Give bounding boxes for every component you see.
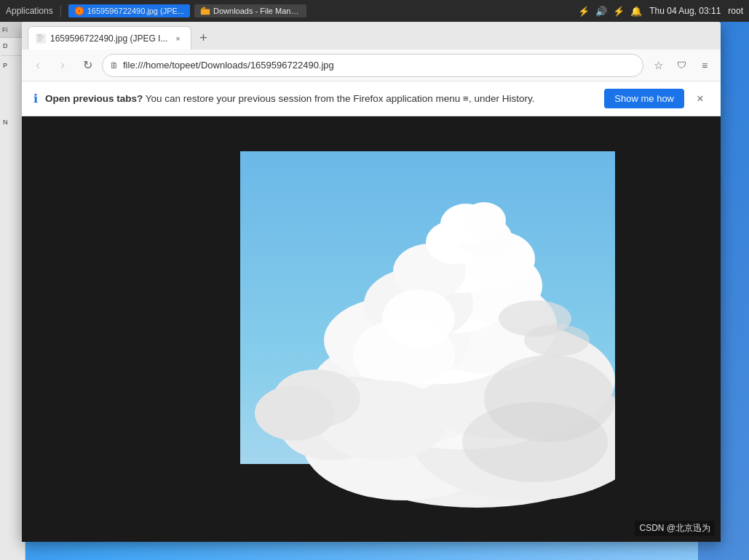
url-page-icon: 🗎 xyxy=(110,60,119,71)
notification-bar: ℹ Open previous tabs? You can restore yo… xyxy=(22,81,721,116)
taskbar-user: root xyxy=(728,6,743,16)
taskbar-filemanager-tab-label: Downloads - File Manager xyxy=(213,7,301,15)
browser-tab-active[interactable]: 1659596722490.jpg (JPEG I... × xyxy=(28,26,191,49)
taskbar-datetime: Thu 04 Aug, 03:11 xyxy=(649,6,721,16)
show-me-how-button[interactable]: Show me how xyxy=(604,89,684,108)
new-tab-button[interactable]: + xyxy=(193,28,213,48)
tab-bar: 1659596722490.jpg (JPEG I... × + xyxy=(22,22,721,49)
tab-title: 1659596722490.jpg (JPEG I... xyxy=(50,33,167,44)
hamburger-icon: ≡ xyxy=(702,60,708,71)
volume-icon[interactable]: 🔊 xyxy=(595,6,607,17)
bluetooth-icon[interactable]: ⚡ xyxy=(578,6,590,17)
notification-bold-text: Open previous tabs? xyxy=(45,93,143,104)
svg-point-2 xyxy=(78,9,81,12)
folder-icon xyxy=(200,6,210,16)
fm-menu-text: Fi xyxy=(2,26,8,33)
image-viewer-content: CSDN @北京迅为 xyxy=(22,116,721,542)
svg-rect-10 xyxy=(127,151,240,508)
image-display xyxy=(127,151,615,508)
reload-icon: ↻ xyxy=(83,58,92,72)
firefox-icon xyxy=(74,6,84,16)
taskbar-apps-label[interactable]: Applications xyxy=(6,6,53,16)
file-manager-menubar: Fi xyxy=(0,22,25,38)
cloud-image-svg xyxy=(127,151,615,508)
fm-sidebar-item: D xyxy=(1,41,23,51)
taskbar-firefox-tab[interactable]: 1659596722490.jpg (JPE... xyxy=(68,4,190,17)
fm-sidebar-item-p: P xyxy=(1,60,23,71)
taskbar-filemanager-tab[interactable]: Downloads - File Manager xyxy=(194,4,306,17)
menu-button[interactable]: ≡ xyxy=(694,55,715,76)
svg-point-44 xyxy=(524,324,590,356)
shield-button[interactable]: 🛡 xyxy=(671,55,691,76)
taskbar-system-icons: ⚡ 🔊 ⚡ 🔔 xyxy=(578,6,642,17)
taskbar-firefox-tab-label: 1659596722490.jpg (JPE... xyxy=(87,7,184,15)
notification-text: Open previous tabs? You can restore your… xyxy=(45,93,597,104)
tab-close-button[interactable]: × xyxy=(172,33,183,44)
svg-rect-6 xyxy=(38,36,44,37)
shield-icon: 🛡 xyxy=(677,60,686,71)
bookmark-button[interactable]: ☆ xyxy=(648,55,668,76)
image-watermark: CSDN @北京迅为 xyxy=(635,521,715,536)
file-manager-content: D P N xyxy=(0,38,25,130)
forward-button[interactable]: › xyxy=(52,55,73,76)
battery-icon[interactable]: ⚡ xyxy=(613,6,625,17)
reload-button[interactable]: ↻ xyxy=(77,55,98,76)
svg-point-42 xyxy=(255,385,335,441)
fm-sidebar-item-n: N xyxy=(1,117,23,127)
notification-close-button[interactable]: × xyxy=(691,90,709,108)
taskbar-left: Applications 1659596722490.jpg (JPE... D… xyxy=(6,4,306,17)
url-bar[interactable]: 🗎 xyxy=(102,54,643,77)
svg-rect-8 xyxy=(38,40,41,41)
taskbar-right: ⚡ 🔊 ⚡ 🔔 Thu 04 Aug, 03:11 root xyxy=(578,6,743,17)
back-icon: ‹ xyxy=(36,57,40,73)
tab-favicon xyxy=(36,33,46,44)
svg-point-35 xyxy=(462,402,608,482)
browser-window: 1659596722490.jpg (JPEG I... × + ‹ › ↻ 🗎… xyxy=(22,22,721,542)
svg-rect-5 xyxy=(38,34,42,35)
back-button[interactable]: ‹ xyxy=(28,55,48,76)
forward-icon: › xyxy=(60,57,65,73)
url-input[interactable] xyxy=(123,60,635,71)
taskbar-apps-text: Applications xyxy=(6,6,53,16)
svg-point-37 xyxy=(382,289,455,348)
notification-bell-icon[interactable]: 🔔 xyxy=(630,6,642,17)
svg-point-33 xyxy=(462,202,506,239)
nav-bar: ‹ › ↻ 🗎 ☆ 🛡 ≡ xyxy=(22,49,721,81)
nav-right-icons: ☆ 🛡 ≡ xyxy=(648,55,715,76)
notification-close-icon: × xyxy=(697,92,703,105)
svg-rect-3 xyxy=(201,9,210,15)
taskbar: Applications 1659596722490.jpg (JPE... D… xyxy=(0,0,749,22)
notification-normal-text: You can restore your previous session fr… xyxy=(143,93,534,104)
notification-info-icon: ℹ xyxy=(33,92,38,105)
svg-rect-7 xyxy=(38,39,43,39)
bookmark-icon: ☆ xyxy=(654,59,663,72)
